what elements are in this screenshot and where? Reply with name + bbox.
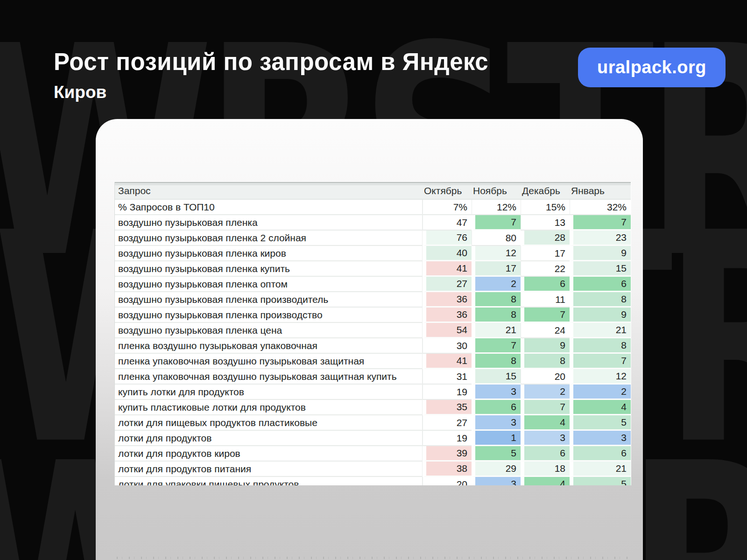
query-cell: лотки для пищевых продуктов пластиковые bbox=[115, 415, 423, 431]
value-cell: 7% bbox=[423, 200, 472, 215]
table-row: % Запросов в ТОП107%12%15%32% bbox=[115, 200, 631, 215]
value-cell: 12 bbox=[472, 246, 521, 261]
value-cell: 11 bbox=[521, 292, 570, 308]
value-cell: 3 bbox=[472, 385, 521, 400]
value-cell: 5 bbox=[472, 446, 521, 462]
query-cell: воздушно пузырьковая пленка купить bbox=[115, 261, 423, 277]
table-row: лотки для продуктов19133 bbox=[115, 431, 631, 446]
value-cell: 9 bbox=[570, 246, 631, 261]
value-cell: 2 bbox=[472, 277, 521, 292]
query-cell: пленка упаковочная воздушно пузырьковая … bbox=[115, 369, 423, 385]
value-cell: 15 bbox=[472, 369, 521, 385]
value-cell: 2 bbox=[570, 385, 631, 400]
value-cell: 4 bbox=[570, 400, 631, 415]
value-cell: 3 bbox=[570, 431, 631, 446]
column-header-month: Январь bbox=[570, 182, 631, 200]
value-cell: 32% bbox=[570, 200, 631, 215]
value-cell: 21 bbox=[570, 462, 631, 477]
value-cell: 8 bbox=[472, 292, 521, 308]
value-cell: 4 bbox=[521, 415, 570, 431]
value-cell: 3 bbox=[521, 431, 570, 446]
query-cell: купить пластиковые лотки для продуктов bbox=[115, 400, 423, 415]
table-row: купить лотки для продуктов19322 bbox=[115, 385, 631, 400]
query-cell: лотки для продуктов bbox=[115, 431, 423, 446]
site-badge-label: uralpack.org bbox=[597, 57, 706, 77]
table-row: воздушно пузырьковая пленка цена54212421 bbox=[115, 323, 631, 338]
query-cell: воздушно пузырьковая пленка производство bbox=[115, 308, 423, 323]
value-cell: 41 bbox=[423, 354, 472, 369]
value-cell: 80 bbox=[472, 231, 521, 246]
query-cell: воздушно пузырьковая пленка киров bbox=[115, 246, 423, 261]
table-row: лотки для продуктов киров39566 bbox=[115, 446, 631, 462]
query-cell: воздушно пузырьковая пленка производител… bbox=[115, 292, 423, 308]
value-cell: 22 bbox=[521, 261, 570, 277]
value-cell: 54 bbox=[423, 323, 472, 338]
value-cell: 17 bbox=[472, 261, 521, 277]
value-cell: 76 bbox=[423, 231, 472, 246]
value-cell: 4 bbox=[521, 477, 570, 485]
table-row: воздушно пузырьковая пленка 2 слойная768… bbox=[115, 231, 631, 246]
value-cell: 3 bbox=[472, 477, 521, 485]
table-row: воздушно пузырьковая пленка оптом27266 bbox=[115, 277, 631, 292]
query-cell: % Запросов в ТОП10 bbox=[115, 200, 423, 215]
value-cell: 7 bbox=[521, 308, 570, 323]
table-row: лотки для пищевых продуктов пластиковые2… bbox=[115, 415, 631, 431]
value-cell: 21 bbox=[472, 323, 521, 338]
positions-table-container: ЗапросОктябрьНоябрьДекабрьЯнварь % Запро… bbox=[114, 182, 631, 485]
table-row: воздушно пузырьковая пленка купить411722… bbox=[115, 261, 631, 277]
value-cell: 38 bbox=[423, 462, 472, 477]
value-cell: 19 bbox=[423, 431, 472, 446]
column-header-query: Запрос bbox=[115, 182, 423, 200]
value-cell: 30 bbox=[423, 338, 472, 354]
value-cell: 12 bbox=[570, 369, 631, 385]
value-cell: 40 bbox=[423, 246, 472, 261]
value-cell: 41 bbox=[423, 261, 472, 277]
content-card: ЗапросОктябрьНоябрьДекабрьЯнварь % Запро… bbox=[96, 119, 643, 560]
value-cell: 28 bbox=[521, 231, 570, 246]
query-cell: воздушно пузырьковая пленка оптом bbox=[115, 277, 423, 292]
value-cell: 17 bbox=[521, 246, 570, 261]
value-cell: 7 bbox=[521, 400, 570, 415]
site-badge[interactable]: uralpack.org bbox=[578, 48, 726, 87]
value-cell: 1 bbox=[472, 431, 521, 446]
table-row: воздушно пузырьковая пленка киров4012179 bbox=[115, 246, 631, 261]
value-cell: 7 bbox=[570, 215, 631, 231]
value-cell: 29 bbox=[472, 462, 521, 477]
query-cell: пленка упаковочная воздушно пузырьковая … bbox=[115, 354, 423, 369]
table-row: купить пластиковые лотки для продуктов35… bbox=[115, 400, 631, 415]
query-cell: лотки для продуктов питания bbox=[115, 462, 423, 477]
query-cell: пленка воздушно пузырьковая упаковочная bbox=[115, 338, 423, 354]
value-cell: 27 bbox=[423, 415, 472, 431]
table-row: лотки для упаковки пищевых продуктов2034… bbox=[115, 477, 631, 485]
value-cell: 20 bbox=[521, 369, 570, 385]
value-cell: 36 bbox=[423, 292, 472, 308]
query-cell: воздушно пузырьковая пленка 2 слойная bbox=[115, 231, 423, 246]
positions-table: ЗапросОктябрьНоябрьДекабрьЯнварь % Запро… bbox=[115, 182, 631, 485]
value-cell: 9 bbox=[521, 338, 570, 354]
table-row: воздушно пузырьковая пленка477137 bbox=[115, 215, 631, 231]
value-cell: 8 bbox=[570, 338, 631, 354]
value-cell: 9 bbox=[570, 308, 631, 323]
value-cell: 3 bbox=[472, 415, 521, 431]
value-cell: 7 bbox=[472, 215, 521, 231]
value-cell: 36 bbox=[423, 308, 472, 323]
value-cell: 6 bbox=[472, 400, 521, 415]
value-cell: 6 bbox=[570, 446, 631, 462]
value-cell: 19 bbox=[423, 385, 472, 400]
value-cell: 15 bbox=[570, 261, 631, 277]
value-cell: 8 bbox=[472, 354, 521, 369]
value-cell: 21 bbox=[570, 323, 631, 338]
value-cell: 15% bbox=[521, 200, 570, 215]
table-row: пленка упаковочная воздушно пузырьковая … bbox=[115, 369, 631, 385]
table-row: пленка воздушно пузырьковая упаковочная3… bbox=[115, 338, 631, 354]
value-cell: 47 bbox=[423, 215, 472, 231]
page-title: Рост позиций по запросам в Яндекс bbox=[54, 49, 488, 75]
column-header-month: Ноябрь bbox=[472, 182, 521, 200]
value-cell: 35 bbox=[423, 400, 472, 415]
value-cell: 8 bbox=[472, 308, 521, 323]
value-cell: 8 bbox=[521, 354, 570, 369]
value-cell: 7 bbox=[570, 354, 631, 369]
query-cell: купить лотки для продуктов bbox=[115, 385, 423, 400]
query-cell: воздушно пузырьковая пленка bbox=[115, 215, 423, 231]
value-cell: 18 bbox=[521, 462, 570, 477]
